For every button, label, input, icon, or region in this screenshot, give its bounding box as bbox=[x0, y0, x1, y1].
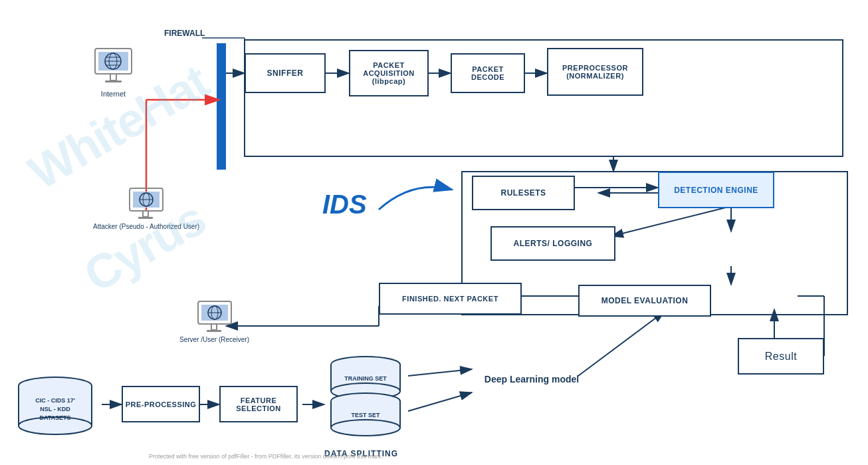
diagram: WhiteHat Cyrus bbox=[0, 0, 868, 465]
packet-acquisition-box: PACKETACQUISITION(libpcap) bbox=[349, 50, 429, 96]
svg-text:TEST SET: TEST SET bbox=[351, 412, 380, 418]
internet-monitor: Internet bbox=[92, 45, 135, 98]
result-box: Result bbox=[738, 338, 824, 375]
svg-text:DATASETS: DATASETS bbox=[39, 414, 70, 421]
sniffer-box: SNIFFER bbox=[245, 53, 326, 93]
server-label: Server /User (Receiver) bbox=[179, 336, 249, 343]
svg-rect-37 bbox=[110, 74, 116, 80]
test-set-cylinder: TEST SET bbox=[324, 392, 407, 442]
svg-rect-5 bbox=[217, 43, 226, 170]
svg-rect-46 bbox=[143, 211, 148, 217]
svg-line-31 bbox=[578, 311, 665, 376]
svg-line-29 bbox=[408, 369, 472, 376]
pre-processing-box: PRE-PROCESSING bbox=[122, 386, 200, 422]
finished-next-packet-box: FINISHED. NEXT PACKET bbox=[379, 283, 522, 315]
svg-rect-12 bbox=[245, 40, 843, 156]
svg-text:NSL - KDD: NSL - KDD bbox=[40, 406, 70, 412]
feature-selection-box: FEATURESELECTION bbox=[219, 386, 298, 422]
packet-decode-box: PACKETDECODE bbox=[451, 53, 525, 93]
svg-rect-53 bbox=[211, 324, 217, 330]
svg-rect-38 bbox=[105, 80, 122, 82]
internet-label: Internet bbox=[101, 90, 126, 98]
detection-engine-box: DETECTION ENGINE bbox=[658, 172, 774, 208]
svg-rect-54 bbox=[207, 330, 221, 332]
model-evaluation-box: MODEL EVALUATION bbox=[578, 285, 711, 317]
svg-line-17 bbox=[611, 206, 731, 236]
dataset-cylinder: CIC - CIDS 17' NSL - KDD DATASETS bbox=[12, 376, 98, 438]
svg-text:CIC - CIDS 17': CIC - CIDS 17' bbox=[35, 397, 75, 404]
svg-rect-47 bbox=[138, 217, 153, 219]
svg-text:TRAINING SET: TRAINING SET bbox=[344, 375, 387, 382]
firewall-label: FIREWALL bbox=[164, 29, 205, 38]
protected-text: Protected with free version of pdfFiller… bbox=[133, 453, 399, 460]
svg-line-30 bbox=[408, 392, 472, 411]
deep-learning-label: Deep Learning model bbox=[465, 374, 598, 385]
rulesets-box: RULESETS bbox=[472, 176, 575, 210]
svg-point-76 bbox=[331, 420, 400, 436]
attacker-label: Attacker (Pseudo - Authorized User) bbox=[93, 223, 199, 230]
ids-label: IDS bbox=[322, 190, 367, 220]
preprocessor-box: PREPROCESSOR(NORMALIZER) bbox=[547, 48, 643, 96]
attacker-monitor: Attacker (Pseudo - Authorized User) bbox=[93, 185, 199, 230]
alerts-logging-box: ALERTS/ LOGGING bbox=[490, 226, 615, 261]
server-monitor: Server /User (Receiver) bbox=[179, 298, 249, 343]
